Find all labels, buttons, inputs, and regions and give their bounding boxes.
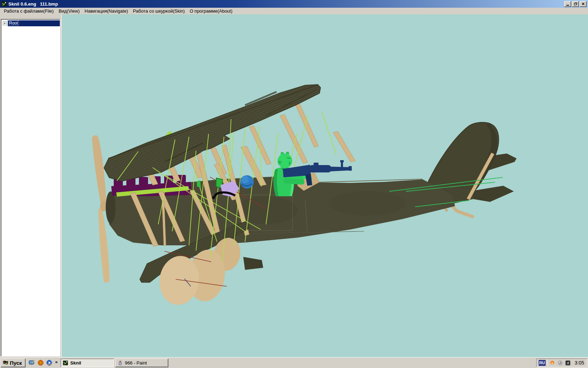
- daemon-tools-icon[interactable]: [37, 359, 44, 367]
- client-area: + Root: [0, 14, 588, 357]
- title-bar[interactable]: Sknil 0.6.eng 111.bmp ✕: [0, 0, 588, 8]
- sknil-task-icon: [63, 360, 68, 366]
- paint-task-icon: [118, 360, 123, 366]
- minimize-button[interactable]: [564, 1, 571, 7]
- task-label: 966 - Paint: [125, 360, 147, 366]
- nose-front: [106, 191, 115, 224]
- taskbar: Пуск »: [0, 357, 588, 368]
- system-tray: RU a d 3:05: [536, 359, 587, 367]
- restore-icon: [574, 2, 577, 5]
- sidebar: + Root: [0, 14, 62, 357]
- start-label: Пуск: [10, 360, 22, 366]
- model-tree: + Root: [1, 19, 60, 356]
- start-button[interactable]: Пуск: [1, 359, 26, 367]
- quick-launch-overflow[interactable]: »: [55, 359, 60, 367]
- svg-text:a: a: [552, 362, 553, 364]
- window-title: Sknil 0.6.eng 111.bmp: [8, 1, 58, 7]
- menu-about[interactable]: О программе(About): [187, 8, 235, 14]
- menu-navigate[interactable]: Навигация(Navigate): [82, 8, 131, 14]
- minimize-icon: [566, 5, 569, 6]
- menu-skin[interactable]: Работа со шкуркой(Skin): [131, 8, 187, 14]
- elevator-tip: [473, 186, 514, 202]
- show-desktop-icon[interactable]: [28, 359, 36, 367]
- avast-tray-icon[interactable]: a: [550, 360, 555, 366]
- tray-separator: [547, 360, 548, 366]
- windows-flag-icon: [3, 360, 8, 366]
- lower-wing-far-tip: [243, 257, 263, 270]
- taskbar-clock[interactable]: 3:05: [575, 360, 584, 366]
- task-label: Sknil: [70, 360, 81, 366]
- quick-launch: [28, 359, 53, 367]
- biplane-render: [62, 14, 588, 357]
- language-indicator[interactable]: RU: [539, 360, 546, 366]
- menu-file[interactable]: Работа с файлами(File): [1, 8, 56, 14]
- tree-item-label: Root: [8, 21, 19, 26]
- taskbar-task-sknil[interactable]: Sknil: [61, 359, 114, 367]
- restore-button[interactable]: [572, 1, 579, 7]
- close-button[interactable]: ✕: [580, 1, 587, 7]
- tree-expander-icon[interactable]: +: [3, 21, 7, 25]
- volume-tray-icon[interactable]: [557, 360, 563, 366]
- media-player-icon[interactable]: [46, 359, 53, 367]
- sknil-app-icon: [1, 1, 7, 7]
- svg-text:d: d: [567, 361, 569, 365]
- menu-bar: Работа с файлами(File) Вид(View) Навигац…: [0, 8, 588, 14]
- tree-item-highlight[interactable]: Root: [8, 20, 60, 26]
- display-settings-tray-icon[interactable]: d: [565, 360, 571, 366]
- taskbar-task-paint[interactable]: 966 - Paint: [115, 359, 168, 367]
- tree-item-root[interactable]: + Root: [1, 20, 60, 26]
- 3d-viewport[interactable]: [62, 14, 588, 357]
- menu-view[interactable]: Вид(View): [56, 8, 82, 14]
